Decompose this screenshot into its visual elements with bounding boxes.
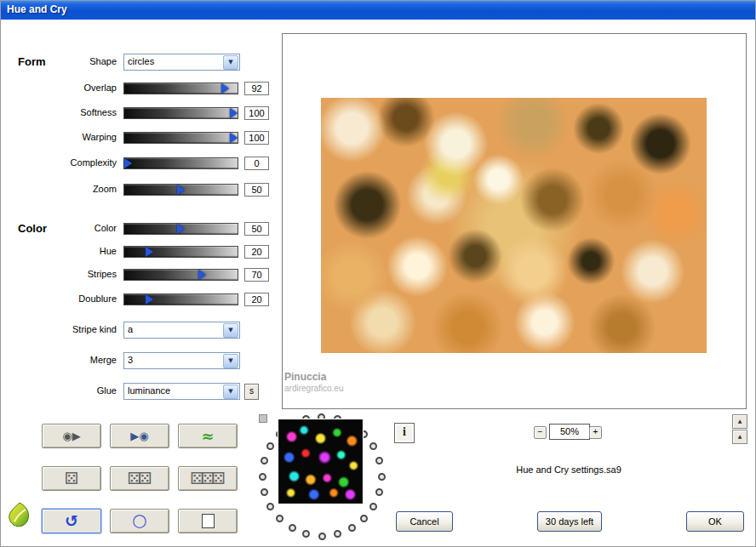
softness-label: Softness <box>1 106 117 119</box>
merge-select[interactable]: 3 ▼ <box>123 352 240 369</box>
wave-button[interactable]: ≈ <box>178 424 238 448</box>
warping-value[interactable]: 100 <box>244 131 269 145</box>
flaming-pear-logo-icon[interactable] <box>6 501 33 530</box>
shape-row: Shape circles ▼ <box>1 54 273 71</box>
trial-days-button[interactable]: 30 days left <box>537 511 602 532</box>
overlap-row: Overlap 92 <box>1 82 273 99</box>
window-title: Hue and Cry <box>7 3 67 15</box>
ok-button[interactable]: OK <box>686 511 744 532</box>
hue-and-cry-dialog: Hue and Cry Form Color Shape circles ▼ O… <box>0 0 756 547</box>
info-button[interactable]: i <box>394 423 415 443</box>
play-disc-button[interactable]: ▶◉ <box>110 424 169 448</box>
settings-filename: Hue and Cry settings.sa9 <box>475 464 662 475</box>
watermark-author: Pinuccia <box>284 371 326 383</box>
slider-marker[interactable] <box>146 294 153 305</box>
preview-image[interactable] <box>321 98 707 353</box>
ring-dot <box>289 524 296 532</box>
slider-marker[interactable] <box>177 224 185 234</box>
slider-marker[interactable] <box>230 133 238 143</box>
glue-label: Glue <box>1 383 117 399</box>
zoom-level-display[interactable]: 50% <box>549 424 590 440</box>
zoom-in-button[interactable]: + <box>589 426 602 439</box>
doublure-row: Doublure 20 <box>1 293 273 310</box>
glue-value: luminance <box>128 384 170 398</box>
chevron-down-icon[interactable]: ▼ <box>223 323 238 338</box>
glue-select[interactable]: luminance ▼ <box>123 383 240 400</box>
stripes-slider[interactable] <box>123 269 238 281</box>
complexity-label: Complexity <box>1 157 117 169</box>
ring-dot <box>259 473 266 481</box>
slider-marker[interactable] <box>124 158 132 168</box>
softness-value[interactable]: 100 <box>244 106 269 120</box>
play-disc-icon: ▶◉ <box>130 430 148 442</box>
complexity-value[interactable]: 0 <box>244 157 269 170</box>
preview-frame: Pinuccia ardiregrafico.eu <box>282 33 747 409</box>
copy-icon <box>202 514 215 528</box>
ring-dot <box>334 530 341 538</box>
color-row: Color 50 <box>1 222 273 239</box>
dice-three-icon: ⚄⚄⚄ <box>190 470 226 487</box>
hue-value[interactable]: 20 <box>244 245 269 259</box>
merge-label: Merge <box>1 352 117 368</box>
ring-dot <box>261 488 268 496</box>
dice-two-button[interactable]: ⚄⚄ <box>110 466 169 491</box>
overlap-slider[interactable] <box>123 83 238 94</box>
warping-slider[interactable] <box>123 132 238 144</box>
chevron-down-icon[interactable]: ▼ <box>223 55 238 70</box>
zoom-row: Zoom 50 <box>1 183 273 200</box>
hue-slider[interactable] <box>123 246 238 258</box>
zoom-slider[interactable] <box>123 184 238 196</box>
ring-dot <box>302 530 310 538</box>
spin-down-button[interactable]: ▲ <box>732 430 747 444</box>
wave-icon: ≈ <box>201 429 214 444</box>
spin-up-button[interactable]: ▲ <box>732 414 747 429</box>
die-one-button[interactable]: ⚄ <box>42 466 101 491</box>
zoom-out-button[interactable]: − <box>534 426 547 439</box>
shape-label: Shape <box>1 54 117 70</box>
ring-dot <box>266 442 274 450</box>
titlebar[interactable]: Hue and Cry <box>1 1 755 20</box>
chevron-down-icon[interactable]: ▼ <box>223 385 238 399</box>
disc-play-icon: ◉▶ <box>62 430 80 442</box>
ring-dot <box>360 515 368 522</box>
color-slider[interactable] <box>123 223 238 235</box>
overlap-value[interactable]: 92 <box>244 82 269 95</box>
softness-slider[interactable] <box>123 107 238 119</box>
shape-select[interactable]: circles ▼ <box>123 54 240 71</box>
shape-value: circles <box>128 54 154 69</box>
slider-marker[interactable] <box>146 247 153 257</box>
doublure-value[interactable]: 20 <box>244 293 269 306</box>
seed-thumbnail[interactable] <box>278 419 363 504</box>
dice-two-icon: ⚄⚄ <box>127 470 152 487</box>
slider-marker[interactable] <box>177 185 185 195</box>
copy-button[interactable] <box>178 509 238 533</box>
merge-value: 3 <box>128 353 133 368</box>
hue-label: Hue <box>1 245 117 258</box>
stripes-label: Stripes <box>1 268 117 281</box>
cancel-button[interactable]: Cancel <box>396 511 453 532</box>
glue-row: Glue luminance ▼ s <box>1 383 273 400</box>
ring-dot <box>375 488 383 496</box>
watermark-site: ardiregrafico.eu <box>284 384 343 393</box>
stripes-row: Stripes 70 <box>1 268 273 285</box>
die-one-icon: ⚄ <box>65 470 79 487</box>
disc-play-button[interactable]: ◉▶ <box>42 424 101 448</box>
stripes-value[interactable]: 70 <box>244 268 269 282</box>
dice-three-button[interactable]: ⚄⚄⚄ <box>178 466 238 491</box>
softness-row: Softness 100 <box>1 106 273 123</box>
slider-marker[interactable] <box>221 83 229 94</box>
complexity-slider[interactable] <box>123 157 238 169</box>
glue-s-button[interactable]: s <box>244 384 259 400</box>
doublure-slider[interactable] <box>123 293 238 305</box>
zoom-value[interactable]: 50 <box>244 183 269 197</box>
slider-marker[interactable] <box>230 108 238 118</box>
chevron-down-icon[interactable]: ▼ <box>223 354 238 368</box>
ring-button[interactable]: ◯ <box>110 509 169 533</box>
undo-button[interactable]: ↺ <box>42 509 101 533</box>
slider-marker[interactable] <box>198 270 206 280</box>
warping-row: Warping 100 <box>1 131 273 148</box>
stripe-kind-select[interactable]: a ▼ <box>123 322 240 339</box>
merge-row: Merge 3 ▼ <box>1 352 273 369</box>
color-value[interactable]: 50 <box>244 222 269 236</box>
ring-dot <box>348 524 356 532</box>
